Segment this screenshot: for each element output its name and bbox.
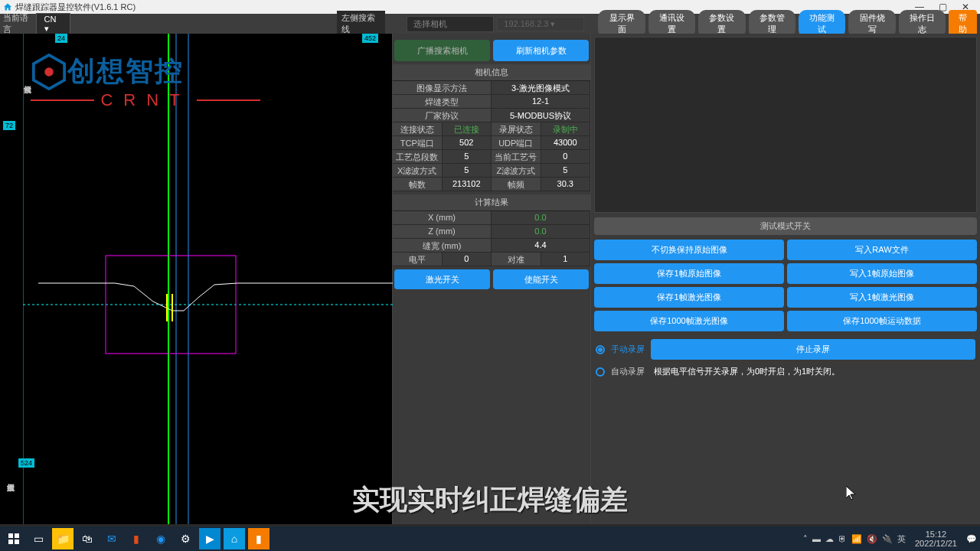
camera-info-header: 相机信息	[393, 64, 590, 81]
calc-row: Z (mm)0.0	[393, 225, 590, 239]
svg-rect-11	[15, 533, 19, 538]
tray-ime[interactable]: 英	[897, 533, 906, 545]
info-row: 连接状态已连接录屏状态录制中	[393, 122, 590, 136]
app-icon-1[interactable]: ▶	[199, 528, 220, 549]
test-pane: 测试模式开关 不切换保持原始图像写入RAW文件保存1帧原始图像写入1帧原始图像保…	[591, 34, 980, 524]
camera-ip[interactable]: 192.168.2.3 ▾	[497, 17, 584, 31]
info-row: 工艺总段数5当前工艺号0	[393, 150, 590, 164]
app-icon-2[interactable]: ⌂	[224, 528, 245, 549]
plot-svg	[23, 34, 393, 524]
tray-clock[interactable]: 15:122022/12/21	[910, 530, 962, 548]
info-row: 帧数213102帧频30.3	[393, 178, 590, 191]
mail-icon[interactable]: ✉	[101, 528, 122, 549]
plot-pane: 侧搜索线 上侧搜索线 24 452 72 524 创想智控 CRNT	[0, 34, 393, 524]
calc-row: 缝宽 (mm)4.4	[393, 239, 590, 253]
badge-left: 72	[3, 121, 15, 130]
test-button[interactable]: 保存1000帧运动数据	[787, 311, 977, 331]
test-button[interactable]: 写入RAW文件	[787, 240, 977, 260]
settings-icon[interactable]: ⚙	[175, 528, 196, 549]
test-button[interactable]: 保存1000帧激光图像	[594, 311, 784, 331]
info-row: TCP端口502UDP端口43000	[393, 136, 590, 150]
calc-row: X (mm)0.0	[393, 211, 590, 225]
explorer-icon[interactable]: 📁	[52, 528, 74, 549]
info-pane: 广播搜索相机 刷新相机参数 相机信息 图像显示方法3-激光图像模式焊缝类型12-…	[393, 34, 591, 524]
info-row: 焊缝类型12-1	[393, 95, 590, 109]
calc-row-level: 电平0 对准1	[393, 253, 590, 266]
info-row: 图像显示方法3-激光图像模式	[393, 81, 590, 95]
auto-rec-label: 自动录屏	[611, 366, 645, 377]
refresh-button[interactable]: 刷新相机参数	[493, 40, 589, 61]
tray-notification-icon[interactable]: 💬	[966, 534, 977, 544]
left-scan-label: 左侧搜索线	[337, 11, 386, 37]
laser-switch[interactable]: 激光开关	[394, 269, 490, 289]
lang-select[interactable]: CN ▾	[36, 13, 70, 35]
system-tray[interactable]: ˄ ▬ ☁ ⛨ 📶 🔇 🔌 英 15:122022/12/21 💬	[803, 530, 977, 548]
test-button[interactable]: 写入1帧原始图像	[787, 263, 977, 284]
tray-cloud-icon[interactable]: ☁	[825, 534, 834, 544]
svg-rect-12	[8, 540, 13, 544]
start-button[interactable]	[3, 528, 24, 549]
app-icon	[3, 2, 12, 11]
manual-rec-label: 手动录屏	[611, 344, 645, 355]
taskbar: ▭ 📁 🛍 ✉ ▮ ◉ ⚙ ▶ ⌂ ▮ ˄ ▬ ☁ ⛨ 📶 🔇 🔌 英 15:1…	[0, 527, 980, 551]
preview-area	[594, 37, 977, 213]
enable-switch[interactable]: 使能开关	[493, 269, 589, 289]
tray-chevron-icon[interactable]: ˄	[803, 534, 808, 544]
calc-header: 计算结果	[393, 194, 590, 211]
tray-wifi-icon[interactable]: 📶	[851, 534, 862, 544]
subtitle-caption: 实现实时纠正焊缝偏差	[352, 481, 628, 519]
test-button[interactable]: 写入1帧激光图像	[787, 287, 977, 308]
tray-volume-icon[interactable]: 🔇	[867, 534, 877, 544]
test-mode-switch[interactable]: 测试模式开关	[594, 217, 977, 235]
lang-label: 当前语言	[3, 12, 34, 35]
taskview-icon[interactable]: ▭	[28, 528, 49, 549]
tray-power-icon[interactable]: 🔌	[882, 534, 893, 544]
svg-rect-10	[8, 533, 13, 538]
toolbar: 当前语言 CN ▾ 左侧搜索线 选择相机 192.168.2.3 ▾ 显示界面 …	[0, 14, 980, 34]
broadcast-button[interactable]: 广播搜索相机	[394, 40, 490, 61]
edge-icon[interactable]: ◉	[150, 528, 172, 549]
app-icon-3[interactable]: ▮	[248, 528, 270, 549]
test-button[interactable]: 保存1帧激光图像	[594, 287, 784, 308]
test-button[interactable]: 保存1帧原始图像	[594, 263, 784, 284]
svg-rect-13	[15, 540, 19, 544]
auto-rec-radio[interactable]	[596, 367, 605, 377]
auto-rec-desc: 根据电平信号开关录屏，为0时开启，为1时关闭。	[654, 366, 840, 377]
camera-select[interactable]: 选择相机	[407, 16, 494, 32]
store-icon[interactable]: 🛍	[77, 528, 98, 549]
info-row: X滤波方式5Z滤波方式5	[393, 164, 590, 178]
tray-battery-icon[interactable]: ▬	[812, 534, 821, 543]
stop-rec-button[interactable]: 停止录屏	[651, 339, 975, 360]
manual-rec-radio[interactable]	[596, 345, 605, 354]
info-row: 厂家协议5-MODBUS协议	[393, 109, 590, 122]
tray-shield-icon[interactable]: ⛨	[838, 534, 847, 543]
window-title: 焊缝跟踪器显控软件(V1.6.1 RC)	[15, 2, 136, 13]
test-button[interactable]: 不切换保持原始图像	[594, 240, 784, 260]
office-icon[interactable]: ▮	[126, 528, 147, 549]
